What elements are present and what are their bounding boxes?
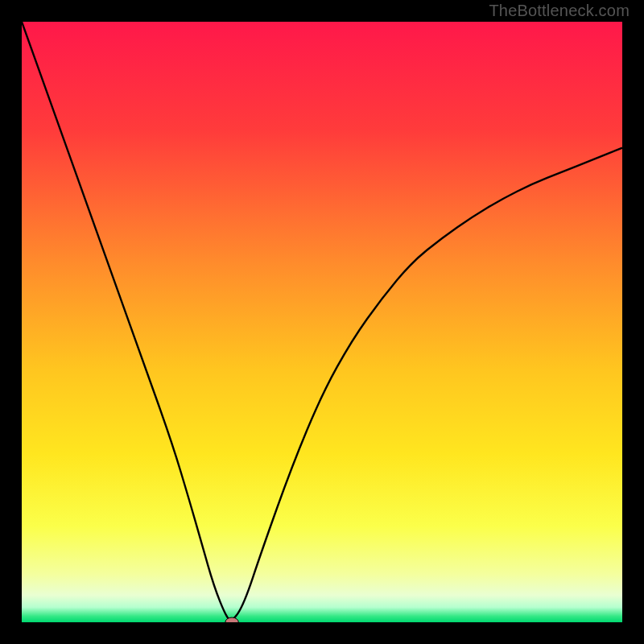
bottleneck-plot <box>22 22 622 622</box>
plot-background <box>22 22 622 622</box>
watermark-text: TheBottleneck.com <box>489 2 630 20</box>
chart-frame: TheBottleneck.com <box>0 0 644 644</box>
